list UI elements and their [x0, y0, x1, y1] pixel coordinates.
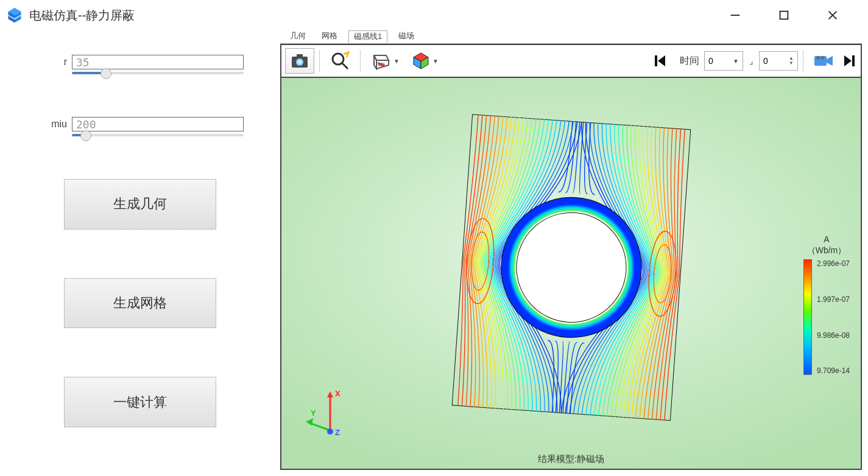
svg-point-13 [333, 54, 344, 65]
maximize-button[interactable] [772, 3, 796, 27]
canvas-footer-label: 结果模型:静磁场 [538, 453, 604, 465]
toolbar-separator [803, 50, 803, 72]
frame-value: 0 [763, 56, 768, 66]
svg-line-14 [342, 63, 348, 69]
svg-point-12 [298, 60, 302, 64]
frame-separator-icon: ⌟ [746, 56, 757, 66]
param-miu-group: miu [37, 117, 244, 136]
spinner-arrows-icon: ▲▼ [789, 56, 794, 66]
legend-colorbar [803, 259, 812, 375]
param-r-input[interactable] [72, 55, 244, 69]
field-lines-plot [451, 114, 691, 421]
time-label: 时间 [677, 55, 702, 68]
time-select[interactable]: 0 ▼ [704, 51, 743, 71]
color-legend: A （Wb/m） 2.996e-07 1.997e-07 9.986e-08 9… [803, 234, 850, 375]
svg-text:Z: Z [335, 428, 340, 437]
colormap-dropdown[interactable]: ▼ [407, 48, 443, 74]
zoom-button[interactable] [325, 48, 355, 74]
toolbar-separator [319, 50, 320, 72]
svg-marker-42 [327, 391, 333, 397]
app-icon [5, 5, 24, 25]
svg-point-28 [821, 57, 824, 60]
svg-point-47 [327, 429, 333, 435]
chevron-down-icon: ▼ [393, 58, 400, 65]
svg-point-27 [817, 57, 820, 60]
svg-marker-26 [827, 56, 833, 66]
tab-geometry[interactable]: 几何 [285, 30, 311, 43]
svg-marker-29 [844, 55, 852, 66]
svg-rect-25 [814, 56, 827, 66]
svg-text:Y: Y [311, 408, 316, 418]
axes-triad: X Y Z [306, 388, 355, 444]
viewer-frame: ▼ ▼ 时间 0 ▼ [280, 44, 862, 470]
tab-field[interactable]: 磁场 [393, 30, 419, 43]
viewer-toolbar: ▼ ▼ 时间 0 ▼ [281, 45, 861, 78]
step-back-button[interactable] [646, 48, 675, 74]
title-bar-left: 电磁仿真--静力屏蔽 [5, 5, 135, 25]
tab-bar: 几何 网格 磁感线1 磁场 [280, 30, 862, 44]
step-forward-button[interactable] [841, 48, 857, 74]
frame-spinner[interactable]: 0 ▲▼ [759, 51, 798, 71]
window-controls [723, 3, 863, 27]
svg-rect-6 [780, 12, 788, 19]
svg-rect-23 [655, 55, 657, 66]
viewer-canvas[interactable]: X Y Z A （Wb/m） [281, 78, 861, 469]
one-click-compute-button[interactable]: 一键计算 [64, 377, 216, 427]
camera-button[interactable] [808, 48, 839, 74]
svg-marker-24 [658, 55, 665, 66]
svg-rect-30 [852, 55, 855, 66]
app-title: 电磁仿真--静力屏蔽 [29, 7, 135, 24]
clip-plane-dropdown[interactable]: ▼ [365, 48, 404, 74]
param-r-label: r [37, 57, 67, 68]
title-bar: 电磁仿真--静力屏蔽 [0, 0, 868, 30]
param-r-group: r [37, 55, 244, 74]
param-miu-input[interactable] [72, 117, 244, 131]
minimize-button[interactable] [723, 3, 747, 27]
right-panel: 几何 网格 磁感线1 磁场 ▼ [280, 30, 868, 476]
sidebar: r miu 生成几何 生成网格 一键计算 [0, 30, 280, 476]
generate-geometry-button[interactable]: 生成几何 [64, 179, 216, 229]
svg-marker-45 [306, 418, 313, 425]
close-button[interactable] [820, 3, 845, 27]
tab-flux-lines[interactable]: 磁感线1 [348, 30, 387, 43]
chevron-down-icon: ▼ [733, 58, 739, 65]
param-r-slider[interactable] [72, 72, 244, 74]
toolbar-separator [360, 50, 361, 72]
snapshot-button[interactable] [285, 48, 314, 74]
tab-mesh[interactable]: 网格 [317, 30, 342, 43]
svg-rect-10 [297, 54, 303, 58]
legend-title: A （Wb/m） [803, 234, 850, 256]
legend-ticks: 2.996e-07 1.997e-07 9.986e-08 9.709e-14 [817, 259, 850, 375]
svg-text:X: X [335, 389, 340, 398]
generate-mesh-button[interactable]: 生成网格 [64, 278, 216, 329]
time-value: 0 [708, 56, 713, 66]
svg-line-44 [309, 423, 330, 430]
param-miu-slider[interactable] [72, 134, 244, 136]
param-miu-label: miu [37, 119, 67, 130]
chevron-down-icon: ▼ [432, 58, 439, 65]
